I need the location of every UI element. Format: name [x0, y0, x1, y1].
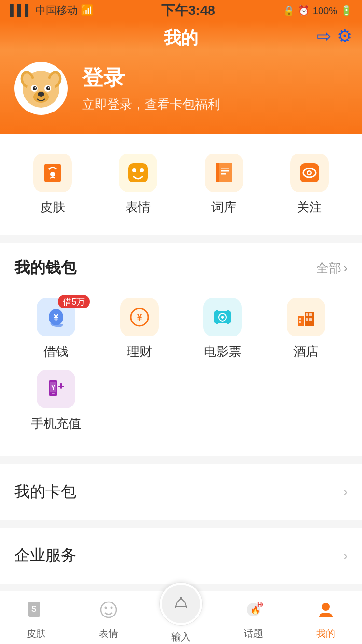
nav-skin-icon: S	[27, 600, 46, 624]
quick-item-skin[interactable]: 皮肤	[33, 154, 72, 216]
card-wallet-item[interactable]: 我的卡包 ›	[0, 464, 362, 520]
svg-point-17	[132, 168, 136, 172]
nav-item-emoji[interactable]: 表情	[72, 596, 145, 644]
nav-skin-label: 皮肤	[27, 627, 46, 640]
wallet-item-invest[interactable]: ¥ 理财	[98, 293, 181, 365]
avatar[interactable]	[14, 62, 68, 115]
skin-label: 皮肤	[40, 199, 65, 216]
svg-text:¥: ¥	[54, 312, 59, 322]
hotel-icon-bg	[287, 298, 325, 336]
enterprise-item[interactable]: 企业服务 ›	[0, 528, 362, 584]
hotel-label: 酒店	[293, 343, 319, 360]
wallet-chevron-icon: ›	[343, 261, 348, 276]
quick-item-emoji[interactable]: 表情	[119, 154, 157, 216]
nav-emoji-label: 表情	[99, 627, 118, 640]
profile-info[interactable]: 登录 立即登录，查看卡包福利	[82, 64, 220, 113]
nav-input-icon	[162, 585, 200, 623]
svg-point-12	[35, 87, 36, 89]
wallet-item-movie[interactable]: 电影票	[181, 293, 265, 365]
wallet-section: 我的钱包 全部 › 借5万 ¥ 借钱 ¥	[0, 243, 362, 456]
svg-rect-37	[227, 322, 229, 324]
svg-point-18	[140, 168, 144, 172]
invest-icon: ¥	[128, 306, 151, 328]
svg-point-57	[180, 597, 182, 600]
nav-topic-label: 话题	[244, 627, 263, 640]
carrier-name: 中国移动	[35, 3, 78, 18]
quick-menu: 皮肤 表情 词库	[0, 134, 362, 235]
enterprise-chevron: ›	[343, 548, 348, 563]
card-wallet-label: 我的卡包	[14, 481, 76, 503]
svg-rect-34	[216, 310, 218, 313]
movie-icon-bg	[203, 298, 242, 336]
dict-label: 词库	[211, 199, 237, 216]
wallet-item-hotel[interactable]: 酒店	[265, 293, 348, 365]
status-right: 🔒 ⏰ 100% 🔋	[283, 5, 352, 16]
enterprise-label: 企业服务	[14, 545, 76, 566]
nav-input-center-btn[interactable]	[159, 582, 203, 626]
avatar-dog-image	[17, 64, 65, 112]
svg-point-61	[322, 603, 330, 611]
bottom-nav: S 皮肤 表情 输入	[0, 596, 362, 644]
invest-icon-bg: ¥	[120, 298, 159, 336]
nav-item-mine[interactable]: 我的	[290, 596, 362, 644]
profile-section[interactable]: 登录 立即登录，查看卡包福利	[0, 50, 362, 134]
lock-icon: 🔒	[283, 5, 295, 16]
svg-point-55	[105, 607, 107, 609]
settings-icon[interactable]: ⚙	[337, 26, 352, 46]
nav-item-topic[interactable]: 🔥 HOT 话题	[217, 596, 290, 644]
topup-icon: ¥	[45, 378, 67, 400]
svg-text:HOT: HOT	[257, 601, 263, 608]
dict-icon	[212, 161, 236, 185]
dict-icon-bg	[205, 154, 243, 192]
emoji-icon-bg	[119, 154, 157, 192]
movie-icon	[211, 306, 234, 328]
share-icon[interactable]: ⇨	[317, 26, 331, 46]
nav-item-input[interactable]: 输入	[145, 596, 217, 644]
wallet-grid: 借5万 ¥ 借钱 ¥ 理财	[14, 293, 348, 437]
svg-rect-41	[309, 313, 312, 316]
loan-badge: 借5万	[58, 295, 90, 308]
svg-rect-20	[219, 163, 232, 182]
svg-point-15	[50, 172, 55, 177]
login-button[interactable]: 登录	[82, 64, 220, 92]
svg-rect-48	[52, 393, 55, 394]
svg-rect-45	[299, 321, 301, 323]
emoji-label: 表情	[125, 199, 151, 216]
svg-point-7	[38, 92, 44, 97]
skin-icon-bg	[33, 154, 72, 192]
svg-rect-22	[221, 170, 229, 172]
quick-item-dict[interactable]: 词库	[205, 154, 243, 216]
status-time: 下午3:48	[161, 1, 215, 20]
loan-label: 借钱	[43, 343, 69, 360]
svg-rect-40	[306, 313, 308, 316]
follow-label: 关注	[297, 199, 322, 216]
follow-icon-bg	[290, 154, 329, 192]
invest-label: 理财	[127, 343, 152, 360]
nav-emoji-icon	[99, 600, 118, 624]
card-wallet-chevron: ›	[343, 484, 348, 500]
nav-topic-icon: 🔥 HOT	[244, 600, 263, 624]
svg-point-56	[111, 607, 113, 609]
alarm-icon: ⏰	[298, 5, 310, 16]
follow-icon	[297, 161, 321, 185]
topup-icon-bg: ¥	[37, 370, 75, 408]
svg-point-54	[101, 602, 116, 617]
emoji-icon	[126, 161, 150, 185]
svg-text:¥: ¥	[52, 384, 56, 391]
quick-item-follow[interactable]: 关注	[290, 154, 329, 216]
wallet-item-topup[interactable]: ¥ 手机充值	[14, 365, 98, 437]
profile-subtitle: 立即登录，查看卡包福利	[82, 96, 220, 113]
signal-icon: ▌▌▌	[10, 4, 32, 17]
skin-icon	[41, 161, 65, 185]
wifi-icon: 📶	[81, 4, 94, 17]
svg-point-27	[308, 172, 311, 174]
svg-point-13	[48, 87, 50, 89]
svg-rect-21	[221, 168, 229, 169]
nav-item-skin[interactable]: S 皮肤	[0, 596, 72, 644]
battery-icon: 🔋	[340, 5, 352, 16]
wallet-more-button[interactable]: 全部 ›	[316, 260, 348, 277]
wallet-header: 我的钱包 全部 ›	[14, 257, 348, 279]
svg-rect-42	[306, 318, 308, 321]
wallet-item-loan[interactable]: 借5万 ¥ 借钱	[14, 293, 98, 365]
topup-label: 手机充值	[31, 415, 81, 432]
